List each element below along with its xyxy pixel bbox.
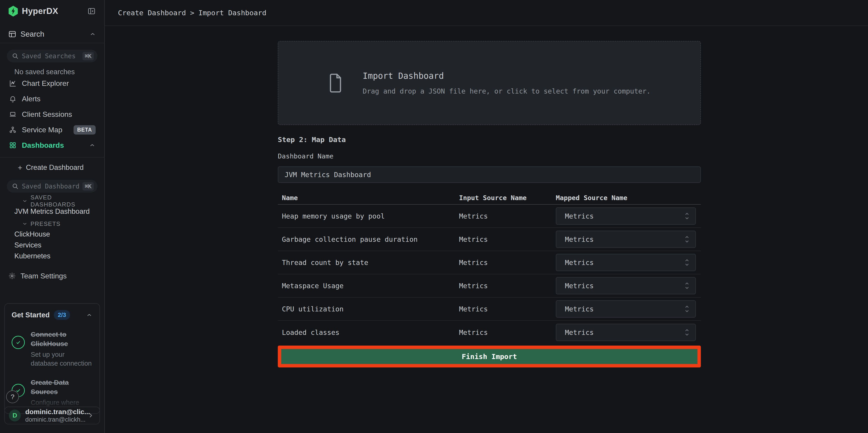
- select-carets-icon: [684, 328, 690, 337]
- app-title: HyperDX: [22, 6, 58, 16]
- saved-dashboards-input[interactable]: [22, 183, 79, 190]
- search-icon: [12, 183, 19, 190]
- sidebar-item-dashboards[interactable]: Dashboards: [0, 137, 104, 153]
- select-value: Metrics: [565, 212, 594, 220]
- beta-badge: BETA: [73, 125, 96, 134]
- sidebar-item-client-sessions[interactable]: Client Sessions: [0, 106, 104, 122]
- user-menu[interactable]: D dominic.tran@clic... dominic.tran@clic…: [4, 407, 100, 424]
- mapped-source-select[interactable]: Metrics: [556, 230, 696, 248]
- mapped-source-select[interactable]: Metrics: [556, 207, 696, 225]
- import-dashboard-content: Import Dashboard Drag and drop a JSON fi…: [278, 26, 701, 367]
- select-carets-icon: [684, 304, 690, 313]
- file-icon: [328, 73, 342, 93]
- get-started-title: Get Started: [11, 311, 50, 319]
- table-row: Garbage collection pause duration Metric…: [278, 228, 701, 251]
- dropzone-title: Import Dashboard: [363, 71, 651, 81]
- search-section-label: Search: [21, 30, 44, 38]
- row-name: Heap memory usage by pool: [278, 212, 459, 220]
- logo-row: HyperDX: [0, 0, 104, 22]
- sidebar-item-services[interactable]: Services: [0, 241, 104, 249]
- help-button[interactable]: ?: [6, 391, 19, 403]
- topbar: Create Dashboard > Import Dashboard: [105, 0, 868, 26]
- presets-section-label: PRESETS: [31, 220, 61, 227]
- saved-dashboard-label: JVM Metrics Dashboard: [14, 207, 90, 216]
- question-mark-icon: ?: [11, 393, 14, 401]
- chevron-up-icon[interactable]: [89, 142, 96, 149]
- saved-searches-input[interactable]: [22, 52, 79, 60]
- app-logo[interactable]: HyperDX: [8, 6, 58, 17]
- row-name: Garbage collection pause duration: [278, 236, 459, 243]
- chevron-down-icon: [22, 221, 28, 227]
- row-name: Loaded classes: [278, 329, 459, 337]
- sidebar-item-clickhouse[interactable]: ClickHouse: [0, 230, 104, 238]
- get-started-item-desc: Set up your database connection: [31, 350, 93, 368]
- column-header-name: Name: [278, 194, 459, 202]
- sidebar: HyperDX Search ⌘K No saved searches: [0, 0, 105, 433]
- sidebar-item-jvm-metrics-dashboard[interactable]: JVM Metrics Dashboard: [0, 208, 104, 215]
- chevron-up-icon[interactable]: [89, 31, 96, 37]
- main-area: Create Dashboard > Import Dashboard Impo…: [105, 0, 868, 433]
- select-value: Metrics: [565, 236, 594, 243]
- check-circle-icon: [11, 336, 25, 349]
- annotation-highlight-box: Finish Import: [278, 346, 701, 367]
- table-header: Name Input Source Name Mapped Source Nam…: [278, 191, 701, 205]
- dropzone-subtitle: Drag and drop a JSON file here, or click…: [363, 87, 651, 95]
- file-dropzone[interactable]: Import Dashboard Drag and drop a JSON fi…: [278, 41, 701, 125]
- shortcut-badge: ⌘K: [83, 182, 94, 190]
- table-row: Loaded classes Metrics Metrics: [278, 321, 701, 344]
- select-value: Metrics: [565, 282, 594, 290]
- dashboard-name-input[interactable]: [278, 166, 701, 183]
- select-value: Metrics: [565, 258, 594, 267]
- chart-explorer-icon: [8, 80, 17, 87]
- step-title: Step 2: Map Data: [278, 135, 701, 144]
- row-input-source: Metrics: [459, 282, 556, 290]
- get-started-progress-badge: 2/3: [54, 310, 70, 320]
- get-started-item-title: Create Data Sources: [31, 378, 93, 396]
- mapped-source-select[interactable]: Metrics: [556, 324, 696, 341]
- saved-dashboards-section-label: SAVED DASHBOARDS: [31, 194, 96, 208]
- chevron-up-icon[interactable]: [86, 312, 93, 318]
- sidebar-item-service-map[interactable]: Service Map BETA: [0, 122, 104, 137]
- preset-label: ClickHouse: [14, 230, 50, 238]
- saved-dashboards-searchbox[interactable]: ⌘K: [7, 180, 97, 193]
- select-carets-icon: [684, 212, 690, 221]
- breadcrumb-create-dashboard[interactable]: Create Dashboard: [118, 9, 186, 17]
- select-value: Metrics: [565, 329, 594, 337]
- user-email: dominic.tran@clickh...: [25, 416, 83, 423]
- chevron-down-icon: [22, 198, 28, 204]
- mapping-table: Name Input Source Name Mapped Source Nam…: [278, 191, 701, 344]
- team-settings-label: Team Settings: [21, 272, 67, 280]
- row-input-source: Metrics: [459, 305, 556, 313]
- select-carets-icon: [684, 235, 690, 244]
- mapped-source-select[interactable]: Metrics: [556, 300, 696, 317]
- saved-dashboards-section-header[interactable]: SAVED DASHBOARDS: [0, 197, 104, 205]
- breadcrumb-separator: >: [190, 9, 194, 17]
- sidebar-item-alerts[interactable]: Alerts: [0, 91, 104, 106]
- dashboards-label: Dashboards: [22, 141, 64, 150]
- mapped-source-select[interactable]: Metrics: [556, 277, 696, 295]
- breadcrumb-import-dashboard[interactable]: Import Dashboard: [198, 9, 267, 17]
- saved-searches-searchbox[interactable]: ⌘K: [7, 50, 97, 62]
- preset-label: Services: [14, 241, 41, 249]
- table-row: Thread count by state Metrics Metrics: [278, 251, 701, 274]
- get-started-item-connect-clickhouse[interactable]: Connect to ClickHouse Set up your databa…: [11, 330, 93, 368]
- sidebar-item-chart-explorer[interactable]: Chart Explorer: [0, 75, 104, 91]
- divider: [0, 157, 104, 158]
- presets-section-header[interactable]: PRESETS: [0, 220, 104, 227]
- sidebar-item-search[interactable]: Search: [0, 26, 104, 43]
- finish-import-button[interactable]: Finish Import: [281, 349, 698, 364]
- column-header-input-source: Input Source Name: [459, 194, 556, 202]
- create-dashboard-button[interactable]: + Create Dashboard: [0, 160, 104, 175]
- column-header-mapped-source: Mapped Source Name: [556, 194, 701, 202]
- search-icon: [12, 53, 19, 59]
- select-carets-icon: [684, 281, 690, 290]
- table-row: CPU utilization Metrics Metrics: [278, 298, 701, 321]
- sidebar-item-team-settings[interactable]: Team Settings: [0, 269, 104, 283]
- app-root: HyperDX Search ⌘K No saved searches: [0, 0, 868, 433]
- sidebar-item-kubernetes[interactable]: Kubernetes: [0, 252, 104, 260]
- create-dashboard-label: Create Dashboard: [26, 163, 84, 172]
- mapped-source-select[interactable]: Metrics: [556, 254, 696, 271]
- plus-icon: +: [18, 164, 22, 172]
- collapse-sidebar-icon[interactable]: [87, 7, 96, 15]
- shortcut-badge: ⌘K: [83, 52, 94, 60]
